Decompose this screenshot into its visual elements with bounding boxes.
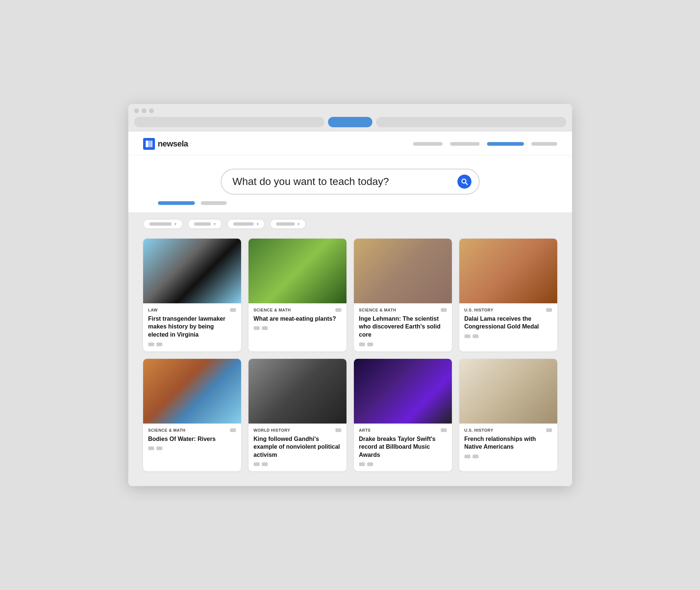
card-4[interactable]: SCIENCE & MATH Bodies Of Water: Rivers xyxy=(143,359,241,472)
header-nav-2[interactable] xyxy=(450,142,480,146)
cards-section: LAW First transgender lawmaker makes his… xyxy=(128,235,572,486)
card-category-0: LAW xyxy=(148,308,236,312)
card-category-dot-5 xyxy=(335,428,341,432)
card-title-5: King followed Gandhi's example of nonvio… xyxy=(254,435,341,459)
card-body-5: WORLD HISTORY King followed Gandhi's exa… xyxy=(248,424,346,472)
card-image-5 xyxy=(248,359,346,424)
card-7[interactable]: U.S. HISTORY French relationships with N… xyxy=(459,359,557,472)
tabs-row xyxy=(158,201,572,205)
card-1[interactable]: SCIENCE & MATH What are meat-eating plan… xyxy=(248,239,346,351)
card-footer-1 xyxy=(254,326,341,330)
card-footer-0 xyxy=(148,343,236,346)
site-header: newsela xyxy=(128,131,572,155)
address-bar-2[interactable] xyxy=(376,117,566,127)
browser-dots xyxy=(134,108,566,113)
card-footer-6 xyxy=(359,462,447,466)
filter-label-2 xyxy=(194,222,211,226)
logo-text: newsela xyxy=(158,139,188,149)
card-title-3: Dalai Lama receives the Congressional Go… xyxy=(464,315,552,331)
card-title-6: Drake breaks Taylor Swift's record at Bi… xyxy=(359,435,447,459)
address-bar-active[interactable] xyxy=(328,117,372,127)
address-bar-row xyxy=(134,117,566,127)
card-dot-b-2 xyxy=(367,343,373,346)
search-icon[interactable] xyxy=(457,175,471,189)
dot-minimize[interactable] xyxy=(142,108,146,113)
filter-label-4 xyxy=(276,222,295,226)
card-footer-3 xyxy=(464,334,552,338)
card-image-7 xyxy=(459,359,557,424)
filter-dropdown-4[interactable]: ▾ xyxy=(270,219,306,229)
card-footer-4 xyxy=(148,446,236,450)
dot-maximize[interactable] xyxy=(149,108,154,113)
svg-rect-1 xyxy=(149,141,151,147)
card-dot-b-5 xyxy=(262,462,268,466)
search-bar[interactable]: What do you want to teach today? xyxy=(221,169,480,195)
card-image-1 xyxy=(248,239,346,303)
card-title-4: Bodies Of Water: Rivers xyxy=(148,435,236,443)
chevron-down-icon-3: ▾ xyxy=(257,222,258,226)
card-image-0 xyxy=(143,239,241,303)
card-body-6: ARTS Drake breaks Taylor Swift's record … xyxy=(354,424,452,472)
header-nav-active[interactable] xyxy=(487,142,524,146)
card-5[interactable]: WORLD HISTORY King followed Gandhi's exa… xyxy=(248,359,346,472)
header-nav-3[interactable] xyxy=(531,142,557,146)
filter-dropdown-3[interactable]: ▾ xyxy=(227,219,265,229)
card-dot-a-0 xyxy=(148,343,154,346)
svg-rect-0 xyxy=(146,141,149,147)
card-category-2: SCIENCE & MATH xyxy=(359,308,447,312)
card-body-1: SCIENCE & MATH What are meat-eating plan… xyxy=(248,303,346,336)
card-footer-7 xyxy=(464,455,552,458)
card-dot-b-7 xyxy=(473,455,478,458)
address-bar-1[interactable] xyxy=(134,117,324,127)
card-category-3: U.S. HISTORY xyxy=(464,308,552,312)
filter-row: ▾ ▾ ▾ ▾ xyxy=(143,219,557,229)
card-title-2: Inge Lehmann: The scientist who discover… xyxy=(359,315,447,339)
card-category-dot-6 xyxy=(441,428,447,432)
filter-dropdown-1[interactable]: ▾ xyxy=(143,219,183,229)
card-title-0: First transgender lawmaker makes history… xyxy=(148,315,236,339)
card-6[interactable]: ARTS Drake breaks Taylor Swift's record … xyxy=(354,359,452,472)
card-category-1: SCIENCE & MATH xyxy=(254,308,341,312)
cards-grid: LAW First transgender lawmaker makes his… xyxy=(143,239,557,472)
card-category-dot-7 xyxy=(546,428,552,432)
dot-close[interactable] xyxy=(134,108,139,113)
card-dot-a-7 xyxy=(464,455,470,458)
card-category-dot-3 xyxy=(546,308,552,312)
card-3[interactable]: U.S. HISTORY Dalai Lama receives the Con… xyxy=(459,239,557,351)
card-dot-a-1 xyxy=(254,326,260,330)
filter-dropdown-2[interactable]: ▾ xyxy=(188,219,222,229)
card-dot-a-5 xyxy=(254,462,260,466)
filter-label-1 xyxy=(149,222,172,226)
card-category-dot-0 xyxy=(230,308,236,312)
card-image-3 xyxy=(459,239,557,303)
card-footer-2 xyxy=(359,343,447,346)
card-dot-b-1 xyxy=(262,326,268,330)
card-category-dot-1 xyxy=(335,308,341,312)
chevron-down-icon-2: ▾ xyxy=(214,222,216,226)
tab-inactive[interactable] xyxy=(201,201,227,205)
logo-area: newsela xyxy=(143,138,188,150)
card-dot-b-0 xyxy=(156,343,162,346)
card-dot-b-4 xyxy=(156,446,162,450)
card-dot-b-3 xyxy=(473,334,478,338)
card-0[interactable]: LAW First transgender lawmaker makes his… xyxy=(143,239,241,351)
card-category-dot-2 xyxy=(441,308,447,312)
card-body-7: U.S. HISTORY French relationships with N… xyxy=(459,424,557,463)
card-image-4 xyxy=(143,359,241,424)
card-category-dot-4 xyxy=(230,428,236,432)
card-image-2 xyxy=(354,239,452,303)
card-dot-a-6 xyxy=(359,462,365,466)
card-title-7: French relationships with Native America… xyxy=(464,435,552,451)
chevron-down-icon-1: ▾ xyxy=(175,222,176,226)
card-category-7: U.S. HISTORY xyxy=(464,428,552,432)
card-title-1: What are meat-eating plants? xyxy=(254,315,341,323)
header-nav-1[interactable] xyxy=(413,142,443,146)
tab-active[interactable] xyxy=(158,201,195,205)
card-2[interactable]: SCIENCE & MATH Inge Lehmann: The scienti… xyxy=(354,239,452,351)
browser-window: newsela What do you want to teach today? xyxy=(128,104,572,486)
filter-label-3 xyxy=(233,222,254,226)
card-dot-a-2 xyxy=(359,343,365,346)
card-footer-5 xyxy=(254,462,341,466)
card-body-2: SCIENCE & MATH Inge Lehmann: The scienti… xyxy=(354,303,452,351)
card-body-3: U.S. HISTORY Dalai Lama receives the Con… xyxy=(459,303,557,343)
